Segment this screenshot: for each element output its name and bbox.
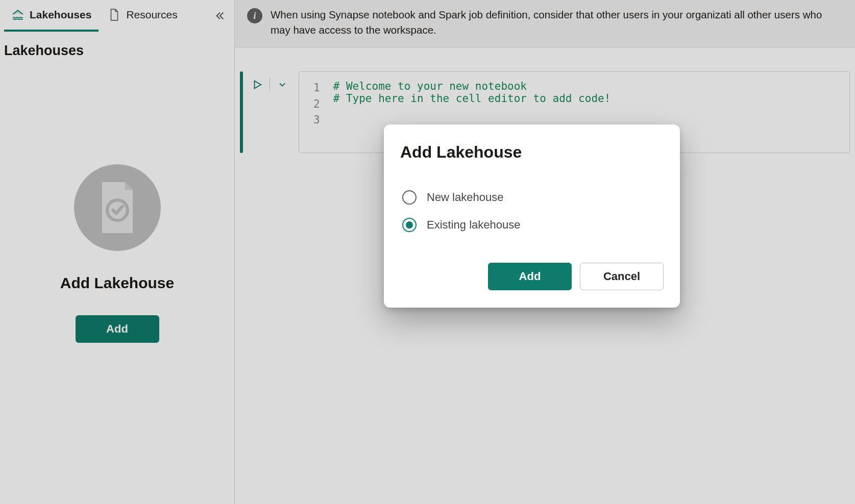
radio-new-label: New lakehouse <box>427 191 503 204</box>
radio-icon <box>402 218 417 232</box>
radio-icon <box>402 190 417 205</box>
dialog-actions: Add Cancel <box>400 263 664 290</box>
dialog-add-button[interactable]: Add <box>488 263 572 290</box>
radio-existing-label: Existing lakehouse <box>427 218 520 232</box>
radio-new-lakehouse[interactable]: New lakehouse <box>402 190 664 205</box>
dialog-title: Add Lakehouse <box>400 143 664 162</box>
lakehouse-choice-group: New lakehouse Existing lakehouse <box>400 190 664 232</box>
dialog-cancel-button[interactable]: Cancel <box>580 263 664 290</box>
add-lakehouse-dialog: Add Lakehouse New lakehouse Existing lak… <box>384 124 680 308</box>
radio-existing-lakehouse[interactable]: Existing lakehouse <box>402 218 664 232</box>
